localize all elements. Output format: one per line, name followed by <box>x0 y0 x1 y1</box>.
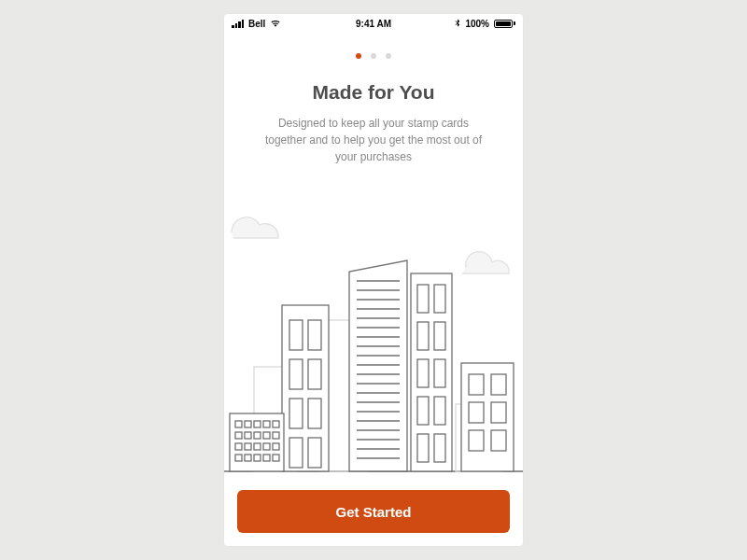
battery-icon <box>494 20 515 28</box>
status-time: 9:41 AM <box>356 19 391 29</box>
bluetooth-icon <box>455 19 460 28</box>
svg-rect-51 <box>230 413 284 471</box>
page-dot-3[interactable] <box>386 53 391 59</box>
carrier-label: Bell <box>248 19 265 29</box>
phone-screen: Bell 9:41 AM 100% Made for You Designed … <box>224 14 523 546</box>
page-dot-2[interactable] <box>371 53 376 59</box>
onboarding-title: Made for You <box>224 81 523 104</box>
signal-bars-icon <box>232 20 244 28</box>
cityscape-illustration <box>224 165 523 479</box>
page-indicator[interactable] <box>224 53 523 59</box>
wifi-icon <box>270 19 281 28</box>
onboarding-subtitle: Designed to keep all your stamp cards to… <box>257 115 490 165</box>
get-started-button[interactable]: Get Started <box>237 490 510 533</box>
status-bar: Bell 9:41 AM 100% <box>224 14 523 33</box>
page-dot-1[interactable] <box>356 53 361 59</box>
buildings-icon <box>224 180 523 479</box>
battery-pct-label: 100% <box>465 19 489 29</box>
